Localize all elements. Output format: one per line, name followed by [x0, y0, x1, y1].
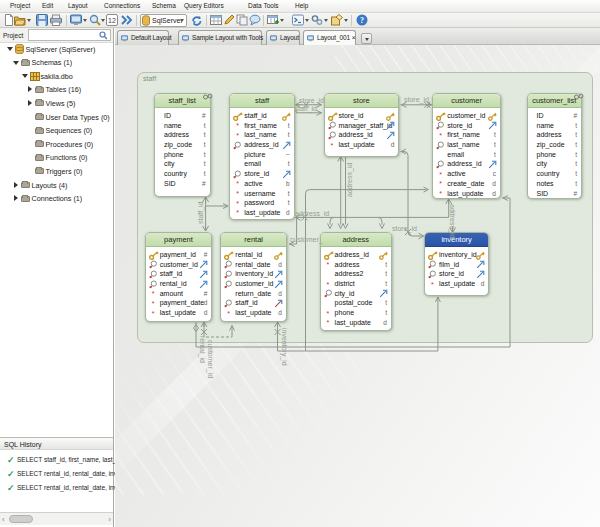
svg-text:?: ?	[360, 16, 364, 25]
svg-text:12: 12	[108, 17, 116, 24]
